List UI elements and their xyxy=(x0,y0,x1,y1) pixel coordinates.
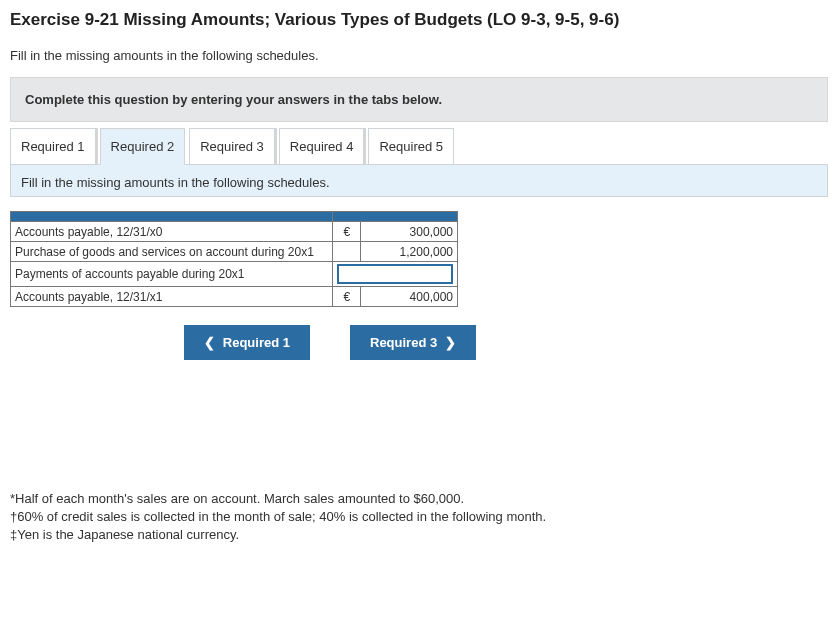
table-row: Payments of accounts payable during 20x1 xyxy=(11,262,458,287)
row-desc: Payments of accounts payable during 20x1 xyxy=(11,262,333,287)
footnote-3: ‡Yen is the Japanese national currency. xyxy=(10,526,828,544)
schedule-wrap: Accounts payable, 12/31/x0 € 300,000 Pur… xyxy=(10,211,458,307)
tab-required-4[interactable]: Required 4 xyxy=(279,128,365,165)
tabs-row: Required 1 Required 2 Required 3 Require… xyxy=(10,128,828,164)
tab-required-1[interactable]: Required 1 xyxy=(10,128,96,165)
row-desc: Accounts payable, 12/31/x0 xyxy=(11,222,333,242)
row-currency: € xyxy=(333,287,361,307)
panel-instruction: Fill in the missing amounts in the follo… xyxy=(21,175,330,190)
row-desc: Purchase of goods and services on accoun… xyxy=(11,242,333,262)
row-value: 300,000 xyxy=(361,222,458,242)
row-currency: € xyxy=(333,222,361,242)
next-button[interactable]: Required 3 ❯ xyxy=(350,325,476,360)
table-header-bar xyxy=(333,212,458,222)
footnote-1: *Half of each month's sales are on accou… xyxy=(10,490,828,508)
exercise-title: Exercise 9-21 Missing Amounts; Various T… xyxy=(10,10,828,30)
tab-panel: Fill in the missing amounts in the follo… xyxy=(10,164,828,197)
chevron-left-icon: ❮ xyxy=(204,335,215,350)
footnotes: *Half of each month's sales are on accou… xyxy=(10,490,828,545)
prev-label: Required 1 xyxy=(223,335,290,350)
row-desc: Accounts payable, 12/31/x1 xyxy=(11,287,333,307)
table-header-bar xyxy=(11,212,333,222)
prev-button[interactable]: ❮ Required 1 xyxy=(184,325,310,360)
table-row: Accounts payable, 12/31/x0 € 300,000 xyxy=(11,222,458,242)
schedule-table: Accounts payable, 12/31/x0 € 300,000 Pur… xyxy=(10,211,458,307)
footnote-2: †60% of credit sales is collected in the… xyxy=(10,508,828,526)
tab-required-2[interactable]: Required 2 xyxy=(100,128,186,165)
next-label: Required 3 xyxy=(370,335,437,350)
row-value: 1,200,000 xyxy=(361,242,458,262)
chevron-right-icon: ❯ xyxy=(445,335,456,350)
row-input-cell[interactable] xyxy=(333,262,458,287)
answer-input[interactable] xyxy=(337,264,453,284)
table-row: Purchase of goods and services on accoun… xyxy=(11,242,458,262)
row-value: 400,000 xyxy=(361,287,458,307)
instruction-text: Fill in the missing amounts in the follo… xyxy=(10,48,828,63)
nav-buttons: ❮ Required 1 Required 3 ❯ xyxy=(10,325,650,360)
row-currency xyxy=(333,242,361,262)
table-row: Accounts payable, 12/31/x1 € 400,000 xyxy=(11,287,458,307)
tab-required-3[interactable]: Required 3 xyxy=(189,128,275,165)
answer-entry-banner: Complete this question by entering your … xyxy=(10,77,828,122)
tab-required-5[interactable]: Required 5 xyxy=(368,128,454,165)
